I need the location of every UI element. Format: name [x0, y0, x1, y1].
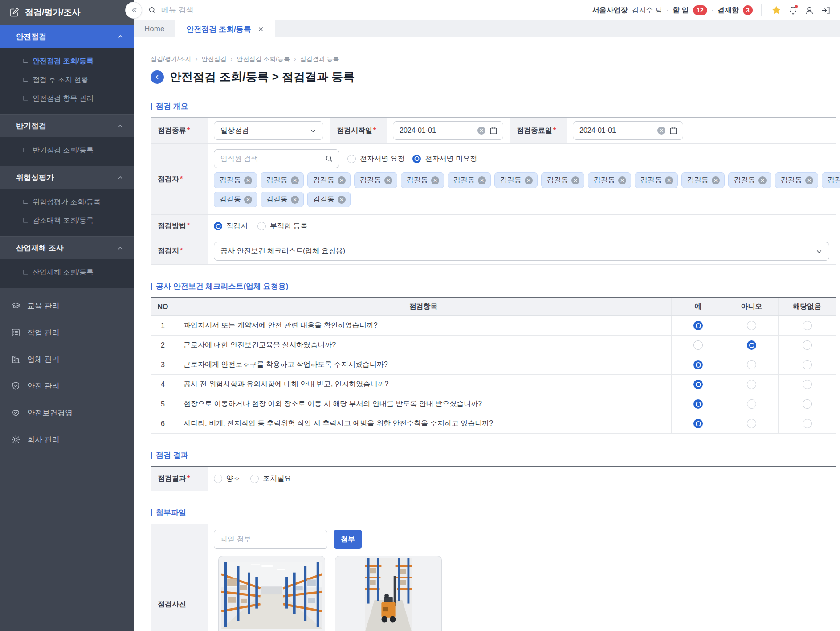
remove-icon[interactable]: ✕ — [525, 176, 533, 184]
remove-icon[interactable]: ✕ — [665, 176, 673, 184]
radio-na[interactable] — [803, 321, 812, 330]
remove-icon[interactable]: ✕ — [478, 176, 486, 184]
remove-icon[interactable]: ✕ — [384, 176, 392, 184]
breadcrumb-item[interactable]: 안전점검 — [192, 55, 227, 63]
esign-no-request-option[interactable]: 전자서명 미요청 — [412, 154, 477, 164]
method-nonconformance-option[interactable]: 부적합 등록 — [257, 221, 307, 231]
sidebar-item-post-inspection-actions[interactable]: 점검 후 조치 현황 — [0, 70, 134, 89]
forklift-photo-thumbnail[interactable] — [335, 556, 442, 631]
sidebar-collapse-button[interactable] — [125, 2, 142, 19]
radio-no[interactable] — [747, 380, 756, 389]
radio-na[interactable] — [803, 419, 812, 428]
sidebar-item-safety-inspection-search[interactable]: 안전점검 조회/등록 — [0, 52, 134, 70]
radio-na[interactable] — [803, 340, 812, 350]
radio-icon[interactable] — [257, 222, 266, 230]
field-label: 점검자 — [151, 144, 208, 214]
radio-no[interactable] — [747, 399, 756, 409]
search-icon[interactable] — [325, 154, 334, 163]
result-good-option[interactable]: 양호 — [214, 474, 241, 483]
tab-safety-inspection-search[interactable]: 안전점검 조회/등록 — [175, 20, 275, 37]
warehouse-photo-thumbnail[interactable] — [218, 556, 325, 631]
radio-no[interactable] — [747, 360, 756, 369]
radio-icon[interactable] — [214, 475, 222, 483]
sidebar-group-industrial-accident[interactable]: 산업재해 조사 — [0, 236, 134, 259]
remove-icon[interactable]: ✕ — [618, 176, 626, 184]
radio-yes[interactable] — [693, 340, 703, 350]
remove-icon[interactable]: ✕ — [338, 176, 346, 184]
inspection-type-select[interactable]: 일상점검 — [214, 121, 323, 140]
employee-search-input[interactable] — [220, 155, 325, 163]
approval-count-badge[interactable]: 3 — [743, 5, 753, 15]
radio-icon[interactable] — [250, 475, 259, 483]
start-date-input[interactable]: 2024-01-01 ✕ — [393, 121, 503, 140]
radio-yes[interactable] — [693, 399, 703, 409]
sidebar-item-safety-management[interactable]: 안전 관리 — [0, 373, 134, 399]
checklist-select[interactable]: 공사 안전보건 체크리스트(업체 요청용) — [214, 242, 829, 261]
file-attach-input[interactable] — [220, 535, 321, 543]
sidebar-item-industrial-accident-search[interactable]: 산업재해 조회/등록 — [0, 263, 134, 282]
remove-icon[interactable]: ✕ — [758, 176, 767, 184]
radio-icon[interactable] — [412, 155, 421, 163]
remove-icon[interactable]: ✕ — [291, 176, 299, 184]
sidebar-group-safety-inspection[interactable]: 안전점검 — [0, 25, 134, 48]
radio-icon[interactable] — [214, 222, 222, 230]
sidebar-item-inspection-item-management[interactable]: 안전점검 항목 관리 — [0, 89, 134, 108]
sidebar-item-risk-assessment-search[interactable]: 위험성평가 조회/등록 — [0, 193, 134, 211]
method-sheet-option[interactable]: 점검지 — [214, 221, 248, 231]
radio-yes[interactable] — [693, 419, 703, 428]
logout-icon[interactable] — [820, 4, 832, 16]
approval-label[interactable]: 결재함 — [718, 6, 739, 15]
close-icon[interactable] — [257, 26, 264, 33]
safety-icon — [11, 381, 21, 391]
remove-icon[interactable]: ✕ — [571, 176, 579, 184]
sidebar-item-task-management[interactable]: 작업 관리 — [0, 319, 134, 346]
end-date-input[interactable]: 2024-01-01 ✕ — [573, 121, 683, 140]
radio-yes[interactable] — [693, 360, 703, 369]
sidebar-group-risk-assessment[interactable]: 위험성평가 — [0, 166, 134, 189]
sidebar-item-company-settings[interactable]: 회사 관리 — [0, 426, 134, 453]
remove-icon[interactable]: ✕ — [338, 196, 346, 204]
radio-icon[interactable] — [347, 155, 356, 163]
radio-no[interactable] — [747, 321, 756, 330]
sidebar-group-semiannual-inspection[interactable]: 반기점검 — [0, 114, 134, 137]
todo-count-badge[interactable]: 12 — [693, 5, 707, 15]
sidebar-submenu: 반기점검 조회/등록 — [0, 137, 134, 166]
result-action-needed-option[interactable]: 조치필요 — [250, 474, 291, 483]
notification-bell-icon[interactable] — [787, 4, 799, 16]
menu-search-input[interactable] — [161, 6, 304, 15]
sidebar-item-company-management[interactable]: 업체 관리 — [0, 346, 134, 373]
remove-icon[interactable]: ✕ — [244, 196, 252, 204]
sidebar-item-safety-health-management[interactable]: 안전보건경영 — [0, 399, 134, 426]
remove-icon[interactable]: ✕ — [712, 176, 720, 184]
sidebar-item-semiannual-search[interactable]: 반기점검 조회/등록 — [0, 141, 134, 160]
favorite-star-icon[interactable] — [770, 4, 783, 16]
sidebar-group-label: 안전점검 — [16, 32, 46, 42]
todo-label[interactable]: 할 일 — [673, 6, 689, 15]
calendar-icon[interactable] — [669, 126, 678, 135]
remove-icon[interactable]: ✕ — [805, 176, 813, 184]
breadcrumb: 점검/평가/조사안전점검안전점검 조회/등록점검결과 등록 — [151, 55, 836, 63]
clear-icon[interactable]: ✕ — [477, 127, 485, 135]
clear-icon[interactable]: ✕ — [657, 127, 665, 135]
sidebar-item-mitigation-search[interactable]: 감소대책 조회/등록 — [0, 211, 134, 230]
tab-home[interactable]: Home — [134, 20, 175, 37]
sidebar-item-education-management[interactable]: 교육 관리 — [0, 292, 134, 319]
calendar-icon[interactable] — [489, 126, 498, 135]
radio-no[interactable] — [747, 340, 756, 350]
breadcrumb-item[interactable]: 점검/평가/조사 — [151, 55, 192, 63]
radio-na[interactable] — [803, 399, 812, 409]
radio-yes[interactable] — [693, 321, 703, 330]
remove-icon[interactable]: ✕ — [244, 176, 252, 184]
user-profile-icon[interactable] — [803, 4, 816, 16]
remove-icon[interactable]: ✕ — [431, 176, 439, 184]
radio-na[interactable] — [803, 380, 812, 389]
back-button[interactable] — [151, 70, 164, 84]
breadcrumb-item[interactable]: 점검결과 등록 — [290, 55, 339, 63]
radio-na[interactable] — [803, 360, 812, 369]
breadcrumb-item[interactable]: 안전점검 조회/등록 — [226, 55, 290, 63]
remove-icon[interactable]: ✕ — [291, 196, 299, 204]
radio-yes[interactable] — [693, 380, 703, 389]
attach-button[interactable]: 첨부 — [334, 530, 362, 549]
esign-request-option[interactable]: 전자서명 요청 — [347, 154, 404, 164]
radio-no[interactable] — [747, 419, 756, 428]
